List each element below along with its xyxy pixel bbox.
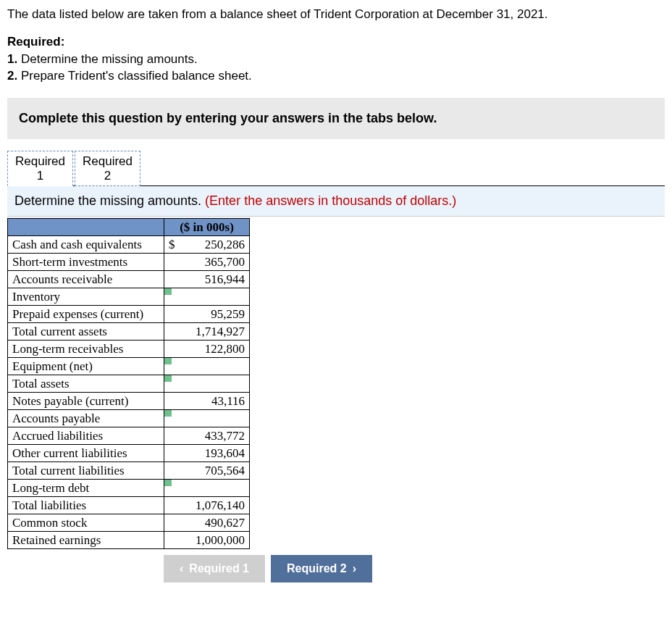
tabs-row: Required 1 Required 2 [7,151,665,186]
table-row: Common stock490,627 [8,514,250,532]
table-header-blank [8,219,164,236]
row-value: 95,259 [164,306,250,323]
chevron-left-icon: ‹ [180,562,183,575]
prev-button: ‹ Required 1 [164,555,265,582]
row-value-text: 705,564 [205,464,245,477]
table-row: Accounts receivable516,944 [8,271,250,288]
row-value-text: 433,772 [205,429,245,443]
row-value-text: 43,116 [211,394,245,408]
row-value: 1,000,000 [164,532,250,549]
row-label: Total assets [8,375,164,393]
instruction-main: Determine the missing amounts. [14,193,205,208]
table-row: Retained earnings1,000,000 [8,532,250,549]
row-value: 43,116 [164,393,250,410]
row-label: Equipment (net) [8,358,164,375]
required-item-1: 1. Determine the missing amounts. [7,52,198,66]
row-value: 193,604 [164,445,250,462]
row-value-text: 95,259 [211,307,245,321]
row-label: Inventory [8,288,164,306]
row-value-text: 490,627 [205,516,245,530]
row-label: Total current assets [8,323,164,341]
row-label: Other current liabilities [8,445,164,462]
row-label: Notes payable (current) [8,393,164,410]
row-value: $250,286 [164,236,250,254]
required-item-1-num: 1. [7,52,17,66]
input-indicator-icon [164,480,172,486]
row-label: Total current liabilities [8,462,164,480]
row-label: Long-term debt [8,480,164,497]
table-row: Total current liabilities705,564 [8,462,250,480]
required-item-2: 2. Prepare Trident's classified balance … [7,69,252,83]
row-value: 365,700 [164,254,250,271]
row-value: 433,772 [164,427,250,445]
instruction-bar: Determine the missing amounts. (Enter th… [7,186,665,217]
row-label: Prepaid expenses (current) [8,306,164,323]
input-indicator-icon [164,410,172,417]
row-value-text: 1,000,000 [196,533,245,547]
table-row: Short-term investments365,700 [8,254,250,271]
prev-button-label: Required 1 [189,562,249,575]
row-value-text: 365,700 [205,255,245,269]
row-value: 516,944 [164,271,250,288]
row-input-cell[interactable] [164,358,250,375]
table-row: Total current assets1,714,927 [8,323,250,341]
chevron-right-icon: › [353,562,356,575]
row-value: 1,076,140 [164,497,250,514]
table-row: Inventory [8,288,250,306]
row-label: Accounts receivable [8,271,164,288]
row-label: Common stock [8,514,164,532]
row-label: Accounts payable [8,410,164,427]
table-row: Long-term receivables122,800 [8,341,250,358]
table-row: Prepaid expenses (current)95,259 [8,306,250,323]
tab-required-1[interactable]: Required 1 [7,151,73,186]
row-input-cell[interactable] [164,480,250,497]
table-row: Notes payable (current)43,116 [8,393,250,410]
required-block: Required: 1. Determine the missing amoun… [7,33,665,85]
input-indicator-icon [164,288,172,295]
row-value: 490,627 [164,514,250,532]
intro-text: The data listed below are taken from a b… [7,6,665,23]
row-value-text: 193,604 [205,446,245,460]
dollar-sign: $ [169,238,175,252]
next-button-label: Required 2 [287,562,347,575]
row-value-text: 122,800 [205,342,245,356]
required-item-2-text: Prepare Trident's classified balance she… [21,69,252,83]
row-label: Long-term receivables [8,341,164,358]
table-header-amount: ($ in 000s) [164,219,250,236]
table-row: Long-term debt [8,480,250,497]
next-button[interactable]: Required 2 › [271,555,372,582]
row-value: 1,714,927 [164,323,250,341]
row-input-cell[interactable] [164,288,250,306]
required-heading: Required: [7,35,64,49]
input-indicator-icon [164,375,172,382]
row-label: Accrued liabilities [8,427,164,445]
row-input-cell[interactable] [164,375,250,393]
table-row: Total liabilities1,076,140 [8,497,250,514]
table-row: Accounts payable [8,410,250,427]
row-input-cell[interactable] [164,410,250,427]
table-row: Equipment (net) [8,358,250,375]
complete-banner: Complete this question by entering your … [7,98,665,139]
row-label: Retained earnings [8,532,164,549]
required-item-2-num: 2. [7,69,17,83]
table-row: Other current liabilities193,604 [8,445,250,462]
row-value: 705,564 [164,462,250,480]
row-label: Total liabilities [8,497,164,514]
table-row: Total assets [8,375,250,393]
row-value-text: 250,286 [205,238,245,251]
row-value-text: 516,944 [205,272,245,286]
tab-required-2[interactable]: Required 2 [75,151,140,186]
instruction-hint: (Enter the answers in thousands of dolla… [205,193,456,208]
required-item-1-text: Determine the missing amounts. [21,52,198,66]
table-row: Accrued liabilities433,772 [8,427,250,445]
input-indicator-icon [164,358,172,364]
row-label: Short-term investments [8,254,164,271]
row-label: Cash and cash equivalents [8,236,164,254]
row-value-text: 1,076,140 [196,498,245,512]
table-row: Cash and cash equivalents$250,286 [8,236,250,254]
nav-row: ‹ Required 1 Required 2 › [164,555,665,582]
balance-sheet-table: ($ in 000s) Cash and cash equivalents$25… [7,218,250,549]
row-value: 122,800 [164,341,250,358]
row-value-text: 1,714,927 [196,325,245,338]
